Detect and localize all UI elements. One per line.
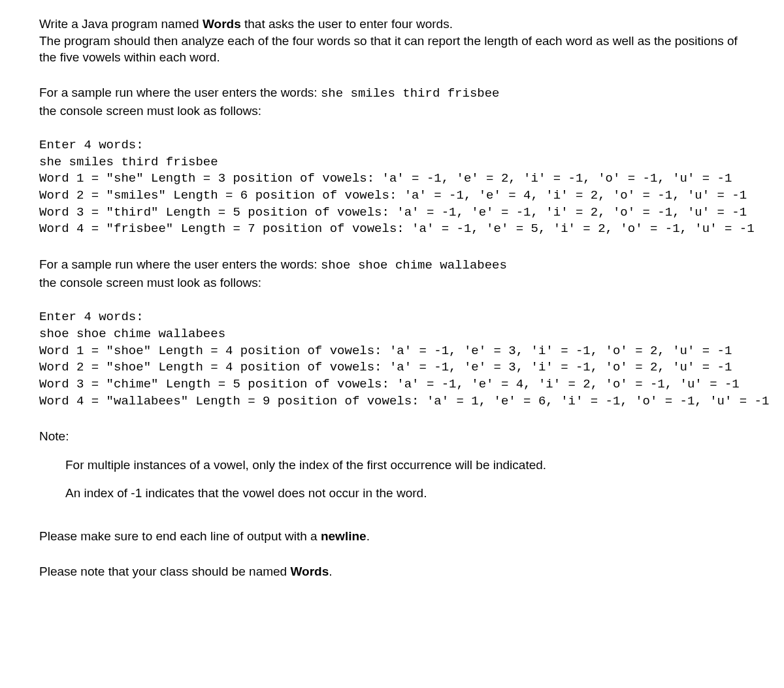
- footer-line-2: Please note that your class should be na…: [39, 563, 745, 580]
- note-item: An index of -1 indicates that the vowel …: [65, 485, 745, 502]
- program-name: Words: [203, 17, 241, 31]
- footer-line-1: Please make sure to end each line of out…: [39, 528, 745, 545]
- sample-follow-text: the console screen must look as follows:: [39, 104, 261, 118]
- sample-lead-text: For a sample run where the user enters t…: [39, 257, 321, 271]
- sample2-lead: For a sample run where the user enters t…: [39, 256, 745, 291]
- note-item: For multiple instances of a vowel, only …: [65, 457, 745, 474]
- note-section: Note: For multiple instances of a vowel,…: [39, 428, 745, 502]
- intro-text: that asks the user to enter four words.: [241, 17, 453, 31]
- console-output-1: Enter 4 words: she smiles third frisbee …: [39, 137, 745, 238]
- sample-input: she smiles third frisbee: [321, 86, 500, 101]
- intro-text: Write a Java program named: [39, 17, 203, 31]
- console-output-2: Enter 4 words: shoe shoe chime wallabees…: [39, 309, 745, 410]
- note-heading: Note:: [39, 428, 745, 445]
- newline-word: newline: [321, 529, 367, 543]
- footer-text: .: [329, 565, 332, 578]
- sample-lead-text: For a sample run where the user enters t…: [39, 86, 321, 99]
- footer-text: Please note that your class should be na…: [39, 565, 290, 578]
- sample-follow-text: the console screen must look as follows:: [39, 276, 261, 289]
- intro-paragraph: Write a Java program named Words that as…: [39, 16, 745, 66]
- class-name: Words: [290, 565, 329, 578]
- sample-input: shoe shoe chime wallabees: [321, 258, 507, 272]
- sample1-lead: For a sample run where the user enters t…: [39, 84, 745, 119]
- intro-text: The program should then analyze each of …: [39, 34, 738, 65]
- footer-text: Please make sure to end each line of out…: [39, 529, 321, 543]
- footer-text: .: [367, 529, 370, 543]
